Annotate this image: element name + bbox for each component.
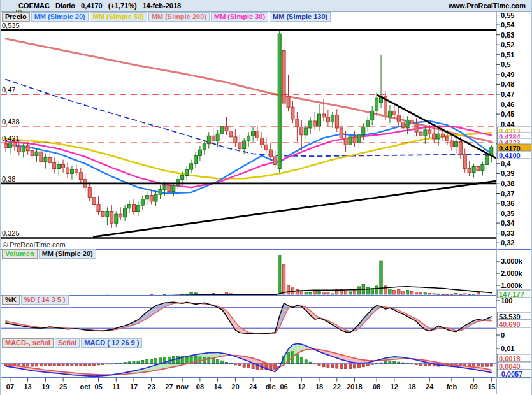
svg-text:oct: oct [80,383,90,391]
svg-text:15: 15 [487,383,495,391]
svg-text:nov: nov [176,383,189,391]
svg-text:18: 18 [315,383,323,391]
indicator-badge-price-1[interactable]: MM (Simple 20) [31,12,89,22]
indicator-badge-price-2[interactable]: MM (Simple 50) [90,12,147,22]
svg-text:07: 07 [6,383,14,391]
indicator-badge-volume-0[interactable]: Volumen [2,249,38,259]
svg-text:12: 12 [391,383,398,391]
svg-text:40,690: 40,690 [499,320,521,328]
svg-text:0,34: 0,34 [501,219,515,227]
indicator-badge-macd-0[interactable]: MACD-, señal [2,338,54,348]
indicator-badge-volume-1[interactable]: MM (Simple 20) [39,249,96,259]
svg-text:20: 20 [231,383,239,391]
svg-text:0,421: 0,421 [2,134,20,142]
indicator-badge-price-4[interactable]: MM (Simple 30) [211,12,268,22]
svg-text:12: 12 [298,383,305,391]
svg-text:0,48: 0,48 [501,80,514,88]
indicator-badge-price-3[interactable]: MM (Simple 200) [148,12,210,22]
date-axis[interactable]: 07131925oct0511172327nov08142024dic06121… [6,378,496,391]
svg-text:1.000k: 1.000k [501,282,523,289]
svg-text:24: 24 [426,383,434,391]
svg-text:0,32: 0,32 [501,239,514,247]
svg-text:0,45: 0,45 [501,110,514,118]
panel-separators [1,12,532,394]
svg-text:0,51: 0,51 [501,51,514,59]
svg-text:0,4: 0,4 [501,160,511,168]
svg-text:08: 08 [373,383,380,391]
svg-text:dic: dic [266,383,276,391]
svg-text:0,0040: 0,0040 [499,363,521,370]
svg-text:147.177: 147.177 [499,291,524,298]
macd-panel[interactable] [1,343,496,376]
price-left-labels: 0,5350,470,4380,4210,380,325© ProRealTim… [2,22,66,248]
svg-text:3.000k: 3.000k [501,257,523,265]
svg-text:08: 08 [196,383,204,391]
stochastic-value-badges: 53,53940,690 [498,312,532,328]
svg-text:27: 27 [165,383,173,391]
svg-text:18: 18 [408,383,415,391]
macd-value-badges: 0,00180,0040-0,0057 [498,354,532,378]
svg-text:24: 24 [249,383,257,391]
indicator-badge-stoch-1[interactable]: %D ( 14 3 5 ) [21,295,69,305]
svg-text:0,47: 0,47 [501,90,514,98]
svg-text:13: 13 [24,383,31,391]
macd-indicator-row: MACD-, señalSeñalMACD ( 12 26 9 ) [2,338,142,348]
svg-text:feb: feb [447,383,457,391]
svg-text:0,47: 0,47 [2,86,15,94]
svg-text:0,325: 0,325 [2,229,20,237]
ma-line-mm20 [6,121,491,194]
candles-layer [4,30,493,228]
price-value-badges: 0,43130,42840,42230,41700,4100 [498,127,532,159]
svg-text:11: 11 [112,383,120,391]
svg-text:0,36: 0,36 [501,199,514,207]
svg-text:2018: 2018 [347,383,362,391]
svg-text:2.000k: 2.000k [501,269,523,277]
volume-panel[interactable] [4,255,493,298]
svg-text:0,4100: 0,4100 [499,152,521,159]
indicator-badge-price-5[interactable]: MM (Simple 130) [270,12,331,22]
svg-text:0,33: 0,33 [501,229,514,237]
indicator-badge-price-0[interactable]: Precio [2,12,30,22]
svg-text:23: 23 [148,383,155,391]
svg-text:09: 09 [470,383,477,391]
price-indicator-row: PrecioMM (Simple 20)MM (Simple 50)MM (Si… [2,12,331,22]
svg-text:0,01: 0,01 [501,345,514,352]
indicator-badge-stoch-0[interactable]: %K [2,295,20,305]
svg-text:100: 100 [501,297,512,305]
svg-text:22: 22 [333,383,341,391]
prorealtime-chart-window: COEMAC Diario 0,4170 (+1,71%) 14-feb-201… [0,0,532,395]
chart-canvas[interactable]: 0,5350,470,4380,4210,380,325© ProRealTim… [1,0,532,395]
svg-text:0,38: 0,38 [2,175,15,183]
svg-text:0,535: 0,535 [2,22,20,29]
svg-text:06: 06 [280,383,287,391]
svg-text:0,438: 0,438 [2,118,20,126]
svg-text:0,37: 0,37 [501,190,514,198]
svg-text:25: 25 [59,383,67,391]
svg-text:0,35: 0,35 [501,210,514,217]
svg-text:0,49: 0,49 [501,71,514,78]
svg-text:0,52: 0,52 [501,41,514,48]
svg-text:19: 19 [41,383,49,391]
indicator-badge-macd-1[interactable]: Señal [55,338,80,348]
svg-text:0,39: 0,39 [501,169,514,177]
svg-text:0,53: 0,53 [501,31,514,39]
svg-text:0: 0 [501,331,505,339]
svg-text:17: 17 [130,383,138,391]
indicator-badge-macd-2[interactable]: MACD ( 12 26 9 ) [81,338,142,348]
svg-text:05: 05 [94,383,102,391]
watermark-label: © ProRealTime.com [3,241,66,248]
svg-text:0,46: 0,46 [501,101,514,108]
svg-text:0,5: 0,5 [501,61,510,68]
svg-text:53,539: 53,539 [499,313,521,320]
volume-indicator-row: VolumenMM (Simple 20) [2,249,96,259]
svg-text:0,55: 0,55 [501,11,514,19]
svg-text:-0,0057: -0,0057 [499,370,522,378]
price-axis[interactable]: 0,550,540,530,520,510,50,490,480,470,460… [496,11,523,352]
svg-text:0,38: 0,38 [501,180,514,187]
price-panel[interactable] [1,30,496,238]
stochastic-indicator-row: %K%D ( 14 3 5 ) [2,295,69,305]
svg-text:14: 14 [213,383,222,391]
svg-text:0,0018: 0,0018 [499,355,521,363]
stochastic-panel[interactable] [1,302,496,334]
svg-text:0,54: 0,54 [501,21,515,29]
